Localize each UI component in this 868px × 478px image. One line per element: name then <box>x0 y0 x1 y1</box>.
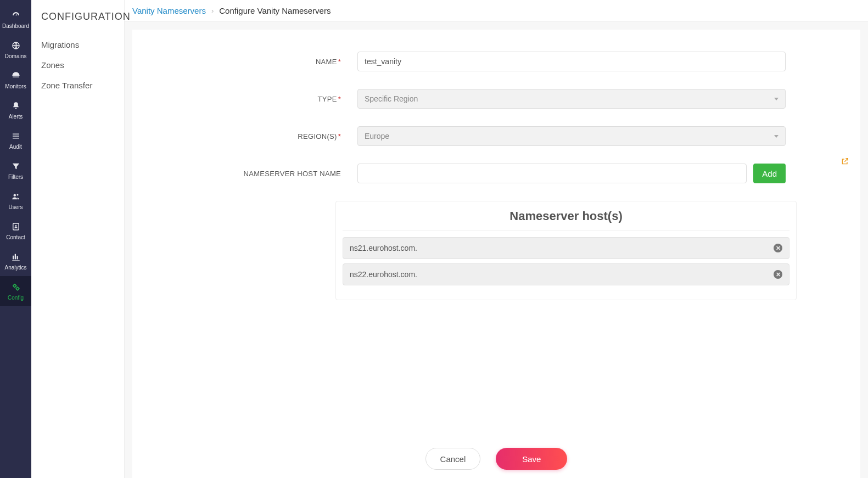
svg-point-6 <box>16 288 19 290</box>
users-icon <box>10 191 21 202</box>
save-button[interactable]: Save <box>496 448 567 470</box>
nav-item-config[interactable]: Config <box>0 276 31 306</box>
type-select: Specific Region <box>357 89 786 109</box>
breadcrumb-link[interactable]: Vanity Nameservers <box>132 6 206 15</box>
chevron-down-icon <box>774 135 779 138</box>
nav-item-contact[interactable]: Contact <box>0 216 31 246</box>
gears-icon <box>10 282 21 293</box>
gauge-icon <box>10 10 21 21</box>
funnel-icon <box>10 161 21 172</box>
region-label: REGION(S)* <box>154 132 357 140</box>
svg-point-4 <box>15 225 16 227</box>
contact-icon <box>10 221 21 232</box>
nav-item-filters[interactable]: Filters <box>0 155 31 185</box>
name-label: NAME* <box>154 58 357 66</box>
hostname-input[interactable] <box>357 164 747 183</box>
host-row: ns22.eurohost.com. <box>343 263 789 285</box>
nav-item-audit[interactable]: Audit <box>0 125 31 155</box>
nameserver-hosts-panel: Nameserver host(s) ns21.eurohost.com. ns… <box>335 201 797 300</box>
remove-host-icon[interactable] <box>774 270 782 279</box>
breadcrumb: Vanity Nameservers › Configure Vanity Na… <box>125 0 868 22</box>
svg-point-1 <box>13 194 16 197</box>
nav-label: Dashboard <box>2 23 29 29</box>
nav-item-dashboard[interactable]: Dashboard <box>0 4 31 35</box>
hosts-title: Nameserver host(s) <box>343 209 789 230</box>
sidebar-item-zone-transfer[interactable]: Zone Transfer <box>41 75 114 95</box>
external-link-icon[interactable] <box>841 157 849 168</box>
nav-item-analytics[interactable]: Analytics <box>0 246 31 276</box>
nav-label: Analytics <box>4 265 26 271</box>
nav-label: Config <box>8 295 24 301</box>
nav-label: Audit <box>9 144 22 150</box>
add-button[interactable]: Add <box>753 164 786 183</box>
config-sidebar: CONFIGURATION Migrations Zones Zone Tran… <box>31 0 125 478</box>
form-panel: NAME* TYPE* Specific Region <box>132 30 860 440</box>
chevron-right-icon: › <box>211 7 214 15</box>
host-name: ns22.eurohost.com. <box>350 270 417 279</box>
chart-icon <box>10 251 21 262</box>
hostname-label: NAMESERVER HOST NAME <box>154 170 357 178</box>
nav-item-users[interactable]: Users <box>0 185 31 216</box>
config-sidebar-title: CONFIGURATION <box>41 11 114 23</box>
sidebar-item-migrations[interactable]: Migrations <box>41 35 114 55</box>
svg-point-5 <box>13 285 16 288</box>
svg-point-2 <box>16 194 18 196</box>
nav-item-domains[interactable]: Domains <box>0 35 31 65</box>
nav-label: Monitors <box>5 83 26 89</box>
globe-icon <box>10 40 21 51</box>
chevron-down-icon <box>774 98 779 100</box>
cancel-button[interactable]: Cancel <box>425 448 481 470</box>
remove-host-icon[interactable] <box>774 244 782 252</box>
host-name: ns21.eurohost.com. <box>350 244 417 252</box>
nav-label: Domains <box>5 53 26 59</box>
sidebar-item-zones[interactable]: Zones <box>41 55 114 75</box>
nav-item-alerts[interactable]: Alerts <box>0 95 31 125</box>
bell-icon <box>10 100 21 111</box>
region-select: Europe <box>357 126 786 146</box>
breadcrumb-current: Configure Vanity Nameservers <box>219 6 331 15</box>
monitor-icon <box>10 70 21 81</box>
nav-label: Users <box>8 204 23 210</box>
list-icon <box>10 131 21 142</box>
nav-item-monitors[interactable]: Monitors <box>0 65 31 95</box>
primary-nav: Dashboard Domains Monitors Alerts Audit <box>0 0 31 478</box>
name-input[interactable] <box>357 52 786 71</box>
footer-actions: Cancel Save <box>132 440 860 478</box>
nav-label: Contact <box>6 234 25 240</box>
type-label: TYPE* <box>154 95 357 103</box>
host-row: ns21.eurohost.com. <box>343 237 789 259</box>
nav-label: Filters <box>8 174 23 180</box>
main: Vanity Nameservers › Configure Vanity Na… <box>125 0 868 478</box>
nav-label: Alerts <box>9 114 23 120</box>
